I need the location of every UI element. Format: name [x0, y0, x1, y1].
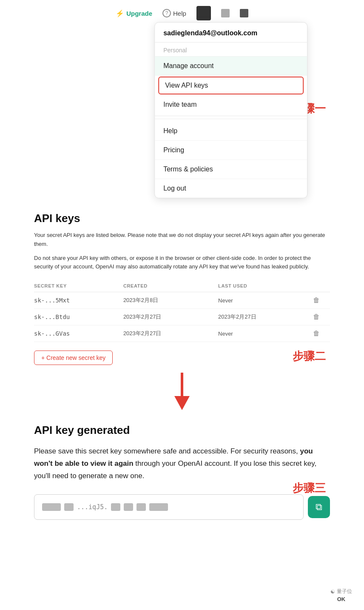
- dropdown-email: sadieglenda94@outlook.com: [155, 23, 307, 43]
- api-keys-section: API keys Your secret API keys are listed…: [0, 199, 364, 368]
- copy-button[interactable]: ⧉: [308, 496, 330, 518]
- last-used-cell: 2023年2月27日: [218, 309, 313, 325]
- delete-key-button[interactable]: 🗑: [313, 296, 320, 304]
- nav-square1: [221, 9, 230, 17]
- help-label: Help: [173, 10, 186, 17]
- key-blur-5: [136, 503, 146, 511]
- watermark-logo: ☯ 量子位: [330, 588, 352, 595]
- key-display-row: ...iqJ5. ⧉: [34, 494, 330, 520]
- last-used-cell: Never: [218, 292, 313, 309]
- table-row: sk-...Btdu 2023年2月27日 2023年2月27日 🗑: [34, 309, 330, 325]
- created-cell: 2023年2月27日: [123, 325, 218, 342]
- dropdown-personal-label: Personal: [155, 43, 307, 57]
- col-last-used: LAST USED: [218, 281, 313, 292]
- key-blur-3: [111, 503, 120, 511]
- table-row: sk-...GVas 2023年2月27日 Never 🗑: [34, 325, 330, 342]
- nav-square2: [240, 9, 248, 17]
- help-circle-icon: ?: [162, 9, 171, 17]
- watermark: ☯ 量子位 OK: [330, 588, 352, 602]
- bolt-icon: ⚡: [116, 9, 124, 17]
- delete-key-button[interactable]: 🗑: [313, 330, 320, 337]
- key-blur-2: [64, 503, 74, 511]
- created-cell: 2023年2月8日: [123, 292, 218, 309]
- dropdown-logout[interactable]: Log out: [155, 179, 307, 198]
- col-secret-key: SECRET KEY: [34, 281, 123, 292]
- dropdown-menu: sadieglenda94@outlook.com Personal Manag…: [154, 22, 307, 198]
- watermark-swirl: ☯: [330, 589, 335, 595]
- dropdown-help[interactable]: Help: [155, 122, 307, 141]
- upgrade-button[interactable]: ⚡ Upgrade: [116, 9, 152, 17]
- api-key-input[interactable]: ...iqJ5.: [34, 494, 304, 520]
- dropdown-invite-team[interactable]: Invite team: [155, 95, 307, 114]
- api-keys-warning: Do not share your API key with others, o…: [34, 254, 330, 272]
- keys-table: SECRET KEY CREATED LAST USED sk-...5Mxt …: [34, 281, 330, 342]
- created-cell: 2023年2月27日: [123, 309, 218, 325]
- dropdown-manage-account[interactable]: Manage account: [155, 57, 307, 76]
- key-cell: sk-...5Mxt: [34, 292, 123, 309]
- key-blur-4: [124, 503, 133, 511]
- step-label-3: 步骤三: [293, 481, 326, 496]
- api-keys-desc1: Your secret API keys are listed below. P…: [34, 231, 330, 249]
- dropdown-view-api-keys[interactable]: View API keys: [158, 77, 304, 94]
- watermark-logo-text: 量子位: [337, 588, 352, 595]
- copy-icon: ⧉: [316, 502, 322, 513]
- last-used-cell: Never: [218, 325, 313, 342]
- key-blur-6: [149, 503, 168, 511]
- dropdown-pricing[interactable]: Pricing: [155, 141, 307, 160]
- key-text-visible: ...iqJ5.: [77, 503, 108, 511]
- api-key-generated-section: API key generated 步骤三 Please save this s…: [0, 415, 364, 520]
- create-new-secret-key-button[interactable]: + Create new secret key: [34, 351, 113, 365]
- top-nav: ⚡ Upgrade ? Help: [0, 0, 364, 25]
- table-row: sk-...5Mxt 2023年2月8日 Never 🗑: [34, 292, 330, 309]
- avatar[interactable]: [196, 6, 211, 20]
- arrow-2: [0, 368, 364, 415]
- help-button[interactable]: ? Help: [162, 9, 186, 17]
- generated-title: API key generated: [34, 424, 330, 437]
- upgrade-label: Upgrade: [126, 10, 152, 17]
- delete-key-button[interactable]: 🗑: [313, 313, 320, 320]
- key-blur-1: [42, 503, 61, 511]
- dropdown-terms[interactable]: Terms & policies: [155, 160, 307, 179]
- step-label-2: 步骤二: [293, 349, 326, 364]
- api-keys-title: API keys: [34, 212, 330, 225]
- generated-desc: Please save this secret key somewhere sa…: [34, 445, 330, 482]
- watermark-ok: OK: [337, 596, 346, 602]
- col-created: CREATED: [123, 281, 218, 292]
- svg-marker-3: [174, 396, 190, 410]
- key-cell: sk-...GVas: [34, 325, 123, 342]
- key-cell: sk-...Btdu: [34, 309, 123, 325]
